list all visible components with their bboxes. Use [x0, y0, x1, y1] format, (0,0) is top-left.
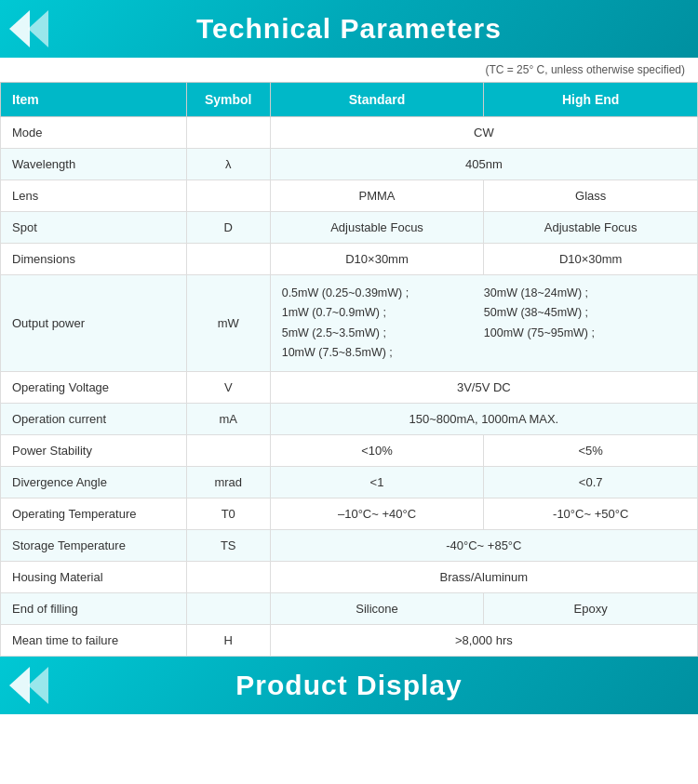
row-standard-div-angle: <1	[270, 467, 484, 498]
row-high-div-angle: <0.7	[484, 467, 698, 498]
subtitle-text: (TC = 25° C, unless otherwise specified)	[485, 63, 685, 76]
page-header: Technical Parameters	[0, 0, 698, 58]
row-symbol-wavelength: λ	[186, 149, 270, 180]
row-standard-filling: Silicone	[270, 593, 484, 625]
table-row: Housing Material Brass/Aluminum	[1, 562, 698, 593]
table-row: Divergence Angle mrad <1 <0.7	[1, 467, 698, 498]
row-symbol-op-voltage: V	[186, 372, 270, 404]
table-row: Lens PMMA Glass	[1, 180, 698, 212]
params-table: Item Symbol Standard High End Mode CW Wa…	[0, 82, 698, 657]
table-header-row: Item Symbol Standard High End	[1, 83, 698, 117]
row-item-storage-temp: Storage Temperature	[1, 530, 187, 562]
row-item-lens: Lens	[1, 180, 187, 212]
row-item-wavelength: Wavelength	[1, 149, 187, 180]
col-header-item: Item	[1, 83, 187, 117]
row-symbol-power-stability	[186, 435, 270, 467]
table-row: Operation current mA 150~800mA, 1000mA M…	[1, 404, 698, 435]
row-item-output-power: Output power	[1, 275, 187, 372]
table-row: Dimensions D10×30mm D10×30mm	[1, 244, 698, 275]
table-row-output-power: Output power mW 0.5mW (0.25~0.39mW) ; 1m…	[1, 275, 698, 372]
row-symbol-op-temp: T0	[186, 498, 270, 530]
row-item-mttf: Mean time to failure	[1, 625, 187, 657]
row-standard-spot: Adjustable Focus	[270, 212, 484, 244]
row-value-output-power: 0.5mW (0.25~0.39mW) ; 1mW (0.7~0.9mW) ; …	[270, 275, 697, 372]
row-symbol-output-power: mW	[186, 275, 270, 372]
row-high-spot: Adjustable Focus	[484, 212, 698, 244]
row-value-mttf: >8,000 hrs	[270, 625, 697, 657]
row-item-op-current: Operation current	[1, 404, 187, 435]
table-row: Wavelength λ 405nm	[1, 149, 698, 180]
row-symbol-spot: D	[186, 212, 270, 244]
row-item-op-temp: Operating Temperature	[1, 498, 187, 530]
row-symbol-mttf: H	[186, 625, 270, 657]
row-value-op-current: 150~800mA, 1000mA MAX.	[270, 404, 697, 435]
row-standard-dimensions: D10×30mm	[270, 244, 484, 275]
chevron-decoration	[9, 10, 48, 47]
table-row: Mean time to failure H >8,000 hrs	[1, 625, 698, 657]
chevron-icon-2	[28, 10, 48, 47]
row-symbol-op-current: mA	[186, 404, 270, 435]
row-value-mode: CW	[270, 117, 697, 149]
row-symbol-filling	[186, 593, 270, 625]
row-high-power-stability: <5%	[484, 435, 698, 467]
row-item-power-stability: Power Stability	[1, 435, 187, 467]
page-title: Technical Parameters	[196, 13, 502, 45]
row-high-filling: Epoxy	[484, 593, 698, 625]
row-symbol-housing	[186, 562, 270, 593]
row-high-op-temp: -10°C~ +50°C	[484, 498, 698, 530]
col-header-high: High End	[484, 83, 698, 117]
row-item-spot: Spot	[1, 212, 187, 244]
table-row: Power Stability <10% <5%	[1, 435, 698, 467]
subtitle-bar: (TC = 25° C, unless otherwise specified)	[0, 58, 698, 82]
row-symbol-div-angle: mrad	[186, 467, 270, 498]
row-symbol-storage-temp: TS	[186, 530, 270, 562]
table-row: Operating Voltage V 3V/5V DC	[1, 372, 698, 404]
row-value-op-voltage: 3V/5V DC	[270, 372, 697, 404]
table-row: Mode CW	[1, 117, 698, 149]
row-standard-op-temp: –10°C~ +40°C	[270, 498, 484, 530]
output-power-left: 0.5mW (0.25~0.39mW) ; 1mW (0.7~0.9mW) ; …	[282, 284, 484, 363]
table-row: End of filling Silicone Epoxy	[1, 593, 698, 625]
footer-chevron-icon-1	[9, 667, 30, 704]
page-footer: Product Display	[0, 657, 698, 714]
row-value-storage-temp: -40°C~ +85°C	[270, 530, 697, 562]
row-symbol-lens	[186, 180, 270, 212]
row-item-dimensions: Dimensions	[1, 244, 187, 275]
output-power-right: 30mW (18~24mW) ; 50mW (38~45mW) ; 100mW …	[484, 284, 686, 363]
footer-title: Product Display	[235, 670, 462, 701]
row-value-wavelength: 405nm	[270, 149, 697, 180]
row-high-dimensions: D10×30mm	[484, 244, 698, 275]
row-standard-power-stability: <10%	[270, 435, 484, 467]
row-item-op-voltage: Operating Voltage	[1, 372, 187, 404]
row-item-filling: End of filling	[1, 593, 187, 625]
row-item-mode: Mode	[1, 117, 187, 149]
table-row: Operating Temperature T0 –10°C~ +40°C -1…	[1, 498, 698, 530]
row-item-housing: Housing Material	[1, 562, 187, 593]
col-header-symbol: Symbol	[186, 83, 270, 117]
chevron-icon-1	[9, 10, 30, 47]
col-header-standard: Standard	[270, 83, 484, 117]
row-standard-lens: PMMA	[270, 180, 484, 212]
row-value-housing: Brass/Aluminum	[270, 562, 697, 593]
footer-chevron-decoration	[9, 667, 48, 704]
row-symbol-dimensions	[186, 244, 270, 275]
row-item-div-angle: Divergence Angle	[1, 467, 187, 498]
table-row: Spot D Adjustable Focus Adjustable Focus	[1, 212, 698, 244]
footer-chevron-icon-2	[28, 667, 48, 704]
row-symbol-mode	[186, 117, 270, 149]
row-high-lens: Glass	[484, 180, 698, 212]
table-row: Storage Temperature TS -40°C~ +85°C	[1, 530, 698, 562]
